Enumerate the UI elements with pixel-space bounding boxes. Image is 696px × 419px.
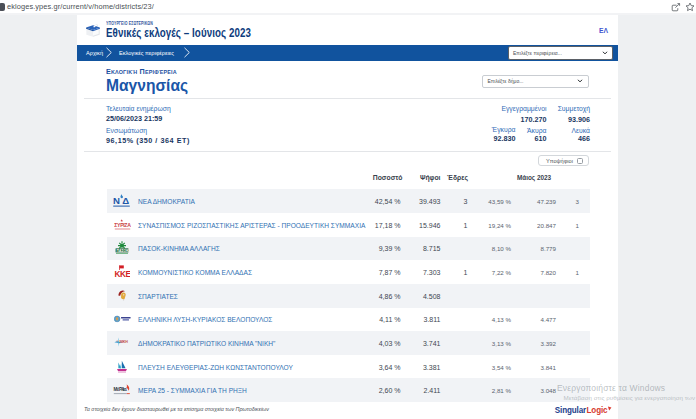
language-toggle[interactable]: ΕΛ <box>599 27 608 34</box>
svg-text:ΚΚΕ: ΚΚΕ <box>115 270 130 279</box>
cell-votes: 3.741 <box>423 339 441 346</box>
svg-text:ΣΥΡΙΖΑ: ΣΥΡΙΖΑ <box>114 222 131 228</box>
party-logo-elliniki-lysi-image <box>114 314 131 324</box>
party-logo-syriza-icon: ΣΥΡΙΖΑ <box>112 216 132 234</box>
svg-text:ΠΑΣΟΚ: ΠΑΣΟΚ <box>117 249 130 253</box>
cell-may-seats: 1 <box>576 221 579 228</box>
breadcrumb-districts[interactable]: Εκλογικές περιφέρειες <box>119 45 174 61</box>
header-may-2023: Μάιος 2023 <box>507 174 562 181</box>
brand-singular: Singular <box>555 405 586 415</box>
registered-value: 170.270 <box>521 115 547 124</box>
table-row: ΜέΡΑ 25 ΜΕΡΑ 25 - ΣΥΜΜΑΧΙΑ ΓΙΑ ΤΗ ΡΗΞΗ 2… <box>107 378 590 402</box>
party-logo-syriza-image: ΣΥΡΙΖΑ <box>114 219 131 231</box>
party-logo-pasok-image: ΠΑΣΟΚ <box>114 241 130 256</box>
brand-flag-icon <box>608 406 612 411</box>
incorporation-value: 96,15% (350 / 364 ΕΤ) <box>106 136 190 145</box>
party-name[interactable]: ΣΥΝΑΣΠΙΣΜΟΣ ΡΙΖΟΣΠΑΣΤΙΚΗΣ ΑΡΙΣΤΕΡΑΣ - ΠΡ… <box>138 221 365 228</box>
region-select[interactable]: Επιλέξτε περιφέρεια... <box>508 46 614 60</box>
party-name[interactable]: ΠΑΣΟΚ-ΚΙΝΗΜΑ ΑΛΛΑΓΗΣ <box>138 245 220 252</box>
favorite-star-icon[interactable] <box>685 2 695 12</box>
breadcrumb-home[interactable]: Αρχική <box>86 45 103 61</box>
cell-percent: 9,39 % <box>379 245 401 252</box>
district-section-label: Εκλογική Περιφέρεια <box>106 67 177 76</box>
cell-may-percent: 7,22 % <box>492 269 511 276</box>
incorporation-label: Ενσωμάτωση <box>106 127 147 134</box>
browser-bar-bottom-strip <box>0 13 696 16</box>
svg-text:Δ: Δ <box>122 195 129 206</box>
header-seats: Έδρες <box>447 174 468 181</box>
cell-may-percent: 3,54 % <box>492 363 511 370</box>
cell-votes: 3.811 <box>424 316 441 323</box>
party-name[interactable]: ΣΠΑΡΤΙΑΤΕΣ <box>138 292 178 299</box>
cell-seats: 1 <box>464 221 468 228</box>
last-update-label: Τελευταία ενημέρωση <box>106 105 171 112</box>
registered-label: Εγγεγραμμένοι <box>501 105 546 112</box>
table-row: ΣΠΑΡΤΙΑΤΕΣ 4,86 % 4.508 <box>107 284 590 308</box>
party-name[interactable]: ΠΛΕΥΣΗ ΕΛΕΥΘΕΡΙΑΣ-ΖΩΗ ΚΩΝΣΤΑΝΤΟΠΟΥΛΟΥ <box>138 363 293 370</box>
party-logo-nd-image: Ν Δ <box>113 194 132 208</box>
party-name[interactable]: ΜΕΡΑ 25 - ΣΥΜΜΑΧΙΑ ΓΙΑ ΤΗ ΡΗΞΗ <box>138 387 247 394</box>
party-logo-spartiates-image <box>118 290 126 301</box>
cell-percent: 2,60 % <box>379 387 401 394</box>
share-icon[interactable] <box>671 2 681 12</box>
cell-may-votes: 3.392 <box>541 339 556 346</box>
cell-percent: 4,03 % <box>379 339 401 346</box>
candidates-toggle-label: Υποψήφιοι <box>546 156 573 165</box>
cell-votes: 2.411 <box>424 387 441 394</box>
breadcrumb-chevron-icon <box>183 47 191 58</box>
party-name[interactable]: ΕΛΛΗΝΙΚΗ ΛΥΣΗ-ΚΥΡΙΑΚΟΣ ΒΕΛΟΠΟΥΛΟΣ <box>138 316 272 323</box>
cell-seats: 3 <box>464 198 468 205</box>
region-select-value: Επιλέξτε περιφέρεια... <box>513 47 562 59</box>
cell-percent: 17,18 % <box>375 221 401 228</box>
svg-text:Ν: Ν <box>113 195 120 206</box>
party-logo-pasok-icon: ΠΑΣΟΚ <box>112 239 132 257</box>
party-logo-plefsi-image <box>115 360 129 374</box>
cell-percent: 3,64 % <box>379 363 401 370</box>
cell-may-votes: 47.239 <box>537 198 556 205</box>
party-logo-niki-icon: ΝΙΚΗ <box>112 334 132 352</box>
ballot-box-logo <box>85 24 101 37</box>
svg-text:ΝΙΚΗ: ΝΙΚΗ <box>119 341 128 345</box>
municipality-select-value: Επιλέξτε δήμο... <box>488 76 524 87</box>
invalid-label: Άκυρα <box>527 127 546 134</box>
svg-text:25: 25 <box>123 388 128 393</box>
url-text[interactable]: ekloges.ypes.gr/current/v/home/districts… <box>7 0 154 13</box>
ministry-label: ΥΠΟΥΡΓΕΙΟ ΕΣΩΤΕΡΙΚΩΝ <box>106 20 153 26</box>
cell-may-votes: 8.779 <box>541 245 556 252</box>
party-logo-niki-image: ΝΙΚΗ <box>114 337 131 348</box>
cell-may-votes: 3.841 <box>541 363 556 370</box>
breadcrumb-chevron-icon <box>105 47 113 58</box>
chevron-down-icon <box>577 79 583 83</box>
chevron-down-icon <box>602 51 608 55</box>
party-name[interactable]: ΚΟΜΜΟΥΝΙΣΤΙΚΟ ΚΟΜΜΑ ΕΛΛΑΔΑΣ <box>138 269 252 276</box>
cell-may-percent: 2,81 % <box>492 387 511 394</box>
page-container: ΥΠΟΥΡΓΕΙΟ ΕΣΩΤΕΡΙΚΩΝ Εθνικές εκλογές – Ι… <box>77 15 618 419</box>
party-logo-plefsi-icon <box>112 358 132 376</box>
district-name: Μαγνησίας <box>106 77 188 95</box>
divider <box>84 98 611 99</box>
windows-activation-watermark-line2: Μετάβαση στις ρυθμίσεις για ενεργοποίηση… <box>564 394 696 401</box>
candidates-toggle-button[interactable]: Υποψήφιοι <box>538 155 590 166</box>
divider <box>84 151 611 152</box>
cell-may-percent: 4,13 % <box>492 316 511 323</box>
cell-votes: 15.946 <box>419 221 440 228</box>
breadcrumb-bar: Αρχική Εκλογικές περιφέρειες Επιλέξτε πε… <box>77 45 618 61</box>
table-row: ΣΥΡΙΖΑ ΣΥΝΑΣΠΙΣΜΟΣ ΡΙΖΟΣΠΑΣΤΙΚΗΣ ΑΡΙΣΤΕΡ… <box>107 213 590 237</box>
valid-label: Έγκυρα <box>492 126 516 133</box>
cell-votes: 7.303 <box>423 269 441 276</box>
invalid-value: 610 <box>535 134 547 143</box>
candidates-checkbox[interactable] <box>577 158 583 164</box>
singularlogic-logo: Singular Logic <box>555 405 612 415</box>
footer-disclaimer: Τα στοιχεία δεν έχουν διασταυρωθεί με τα… <box>84 406 269 412</box>
table-row: ΠΑΣΟΚ ΠΑΣΟΚ-ΚΙΝΗΜΑ ΑΛΛΑΓΗΣ 9,39 % 8.715 … <box>107 237 590 261</box>
browser-address-bar: ekloges.ypes.gr/current/v/home/districts… <box>0 0 696 13</box>
brand-logic: Logic <box>587 405 608 415</box>
municipality-select[interactable]: Επιλέξτε δήμο... <box>482 75 590 88</box>
browser-edge-icon[interactable] <box>0 3 5 12</box>
last-update-value: 25/06/2023 21:59 <box>106 114 162 123</box>
cell-percent: 7,87 % <box>379 269 401 276</box>
cell-may-percent: 19,24 % <box>488 221 511 228</box>
party-name[interactable]: ΝΕΑ ΔΗΜΟΚΡΑΤΙΑ <box>138 198 195 205</box>
table-row: ΝΙΚΗ ΔΗΜΟΚΡΑΤΙΚΟ ΠΑΤΡΙΩΤΙΚΟ ΚΙΝΗΜΑ "ΝΙΚΗ… <box>107 331 590 355</box>
party-name[interactable]: ΔΗΜΟΚΡΑΤΙΚΟ ΠΑΤΡΙΩΤΙΚΟ ΚΙΝΗΜΑ "ΝΙΚΗ" <box>138 339 275 346</box>
